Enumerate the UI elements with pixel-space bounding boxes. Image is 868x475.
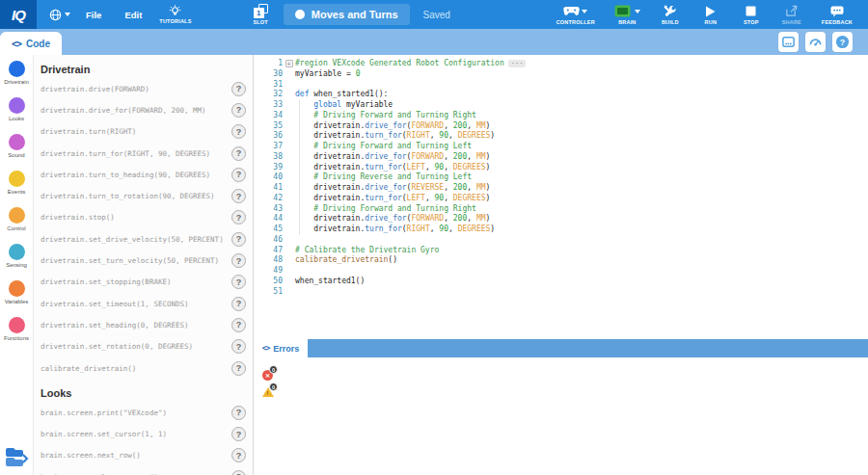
command-help-button[interactable]: ?: [231, 297, 246, 311]
code-line[interactable]: 50when_started1(): [254, 277, 868, 287]
line-number: 41: [254, 183, 283, 194]
feedback-bubble-icon: [830, 6, 844, 17]
code-line[interactable]: 49: [254, 266, 868, 277]
code-line[interactable]: 51: [254, 287, 868, 298]
code-line[interactable]: 36 drivetrain.turn_for(RIGHT, 90, DEGREE…: [254, 131, 868, 142]
palette-command-row[interactable]: drivetrain.set_rotation(0, DEGREES)?: [34, 336, 253, 357]
command-help-button[interactable]: ?: [231, 339, 246, 354]
line-number: 42: [254, 194, 283, 204]
code-line[interactable]: 40 # Driving Reverse and Turning Left: [254, 172, 868, 183]
code-line[interactable]: 41 drivetrain.drive_for(REVERSE, 200, MM…: [254, 183, 868, 194]
command-help-button[interactable]: ?: [231, 361, 246, 376]
switch-to-blocks-button[interactable]: [4, 446, 30, 470]
category-looks[interactable]: Looks: [0, 97, 33, 134]
project-name-button[interactable]: Moves and Turns: [284, 4, 410, 25]
command-help-button[interactable]: ?: [231, 124, 246, 139]
palette-command-row[interactable]: drivetrain.set_drive_velocity(50, PERCEN…: [34, 228, 253, 250]
code-line[interactable]: 32def when_started1():: [254, 90, 868, 100]
palette-command-row[interactable]: drivetrain.drive(FORWARD)?: [34, 78, 253, 99]
command-help-button[interactable]: ?: [231, 210, 246, 224]
command-help-button[interactable]: ?: [231, 427, 246, 441]
command-help-button[interactable]: ?: [231, 232, 246, 247]
palette-command-row[interactable]: brain.screen.clear_screen()?: [34, 466, 253, 475]
fold-column: [283, 255, 295, 266]
menu-file[interactable]: File: [74, 10, 113, 20]
command-help-button[interactable]: ?: [231, 275, 246, 289]
code-line[interactable]: 42 drivetrain.turn_for(LEFT, 90, DEGREES…: [254, 194, 868, 204]
language-menu-button[interactable]: [45, 7, 74, 23]
code-line[interactable]: 47# Calibrate the Drivetrain Gyro: [254, 246, 868, 256]
tab-errors[interactable]: <> Errors: [254, 339, 308, 357]
feedback-button[interactable]: FEEDBACK: [816, 4, 858, 25]
folded-ellipsis[interactable]: ···: [508, 60, 527, 67]
tab-code[interactable]: <> Code: [0, 32, 62, 55]
fold-expand-icon[interactable]: +: [285, 60, 293, 67]
code-line[interactable]: 34 # Driving Forward and Turning Right: [254, 111, 868, 121]
palette-command-row[interactable]: drivetrain.turn(RIGHT)?: [34, 121, 253, 143]
code-line[interactable]: 33 global myVariable: [254, 100, 868, 111]
code-line[interactable]: 43 # Driving Forward and Turning Right: [254, 204, 868, 215]
category-functions[interactable]: Functions: [0, 317, 33, 354]
category-events[interactable]: Events: [0, 171, 33, 207]
command-help-button[interactable]: ?: [231, 470, 246, 475]
command-help-button[interactable]: ?: [231, 253, 246, 268]
controller-button[interactable]: CONTROLLER: [551, 4, 601, 25]
brain-button[interactable]: BRAIN: [609, 4, 646, 25]
command-help-button[interactable]: ?: [231, 189, 246, 203]
code-line[interactable]: 44 drivetrain.drive_for(FORWARD, 200, MM…: [254, 214, 868, 224]
command-help-button[interactable]: ?: [231, 406, 246, 420]
palette-command-row[interactable]: drivetrain.set_timeout(1, SECONDS)?: [34, 293, 253, 314]
code-line[interactable]: 48calibrate_drivetrain(): [254, 255, 868, 266]
share-button[interactable]: SHARE: [775, 4, 808, 25]
command-help-button[interactable]: ?: [231, 448, 246, 462]
category-drivetrain[interactable]: Drivetrain: [0, 61, 33, 97]
slot-button[interactable]: 1 SLOT: [247, 4, 273, 25]
command-help-button[interactable]: ?: [231, 146, 246, 161]
palette-command-row[interactable]: drivetrain.stop()?: [34, 207, 253, 228]
code-line[interactable]: 39 drivetrain.turn_for(LEFT, 90, DEGREES…: [254, 163, 868, 173]
line-number: 40: [254, 172, 283, 183]
line-number: 37: [254, 142, 283, 152]
category-sound[interactable]: Sound: [0, 134, 33, 171]
palette-command-row[interactable]: brain.screen.print("VEXcode")?: [34, 402, 253, 423]
build-button[interactable]: BUILD: [654, 4, 687, 25]
palette-command-row[interactable]: drivetrain.set_heading(0, DEGREES)?: [34, 314, 253, 335]
category-sensing[interactable]: Sensing: [0, 244, 33, 280]
help-button[interactable]: ?: [832, 32, 853, 52]
code-line[interactable]: 30myVariable = 0: [254, 69, 868, 80]
command-help-button[interactable]: ?: [231, 318, 246, 332]
dashboard-gauge-button[interactable]: [805, 32, 826, 52]
code-editor[interactable]: 1+#region VEXcode Generated Robot Config…: [254, 55, 868, 339]
palette-command-row[interactable]: drivetrain.drive_for(FORWARD, 200, MM)?: [34, 99, 253, 120]
code-content: drivetrain.drive_for(FORWARD, 200, MM): [295, 214, 868, 224]
code-line[interactable]: 1+#region VEXcode Generated Robot Config…: [254, 59, 868, 69]
palette-command-row[interactable]: drivetrain.set_turn_velocity(50, PERCENT…: [34, 250, 253, 271]
stop-button[interactable]: STOP: [735, 4, 768, 25]
slot-icon: 1: [254, 4, 268, 18]
palette-command-row[interactable]: brain.screen.set_cursor(1, 1)?: [34, 423, 253, 444]
line-number: 36: [254, 131, 283, 142]
palette-command-row[interactable]: drivetrain.turn_for(RIGHT, 90, DEGREES)?: [34, 143, 253, 164]
palette-command-row[interactable]: drivetrain.turn_to_heading(90, DEGREES)?: [34, 164, 253, 185]
run-button[interactable]: RUN: [694, 4, 727, 25]
palette-command-row[interactable]: calibrate_drivetrain()?: [34, 357, 253, 379]
palette-command-row[interactable]: drivetrain.turn_to_rotation(90, DEGREES)…: [34, 185, 253, 206]
code-line[interactable]: 45 drivetrain.turn_for(RIGHT, 90, DEGREE…: [254, 224, 868, 235]
device-console-button[interactable]: [778, 32, 799, 52]
command-help-button[interactable]: ?: [231, 103, 246, 118]
code-line[interactable]: 46: [254, 235, 868, 246]
category-control[interactable]: Control: [0, 207, 33, 244]
palette-command-row[interactable]: drivetrain.set_stopping(BRAKE)?: [34, 272, 253, 293]
code-line[interactable]: 38 drivetrain.drive_for(FORWARD, 200, MM…: [254, 152, 868, 163]
command-help-button[interactable]: ?: [231, 82, 246, 96]
category-variables[interactable]: Variables: [0, 280, 33, 317]
menu-edit[interactable]: Edit: [113, 10, 153, 20]
palette-command-row[interactable]: brain.screen.next_row()?: [34, 445, 253, 466]
code-line[interactable]: 37 # Driving Forward and Turning Left: [254, 142, 868, 152]
line-number: 31: [254, 80, 283, 91]
tutorials-button[interactable]: TUTORIALS: [153, 5, 197, 24]
code-line[interactable]: 35 drivetrain.drive_for(FORWARD, 200, MM…: [254, 121, 868, 132]
code-line[interactable]: 31: [254, 80, 868, 91]
share-icon: [785, 5, 798, 17]
command-help-button[interactable]: ?: [231, 168, 246, 182]
